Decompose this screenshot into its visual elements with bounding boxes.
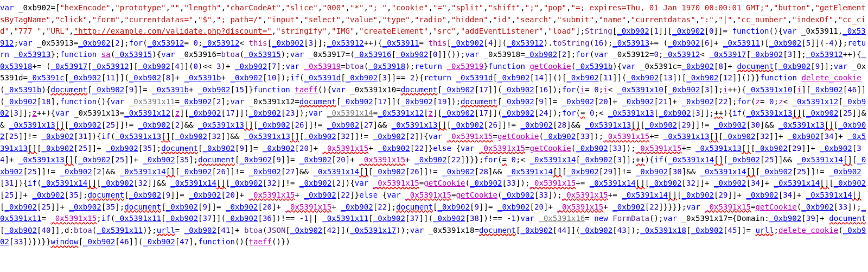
code-editor-content[interactable]: var _0xb902=["hexEncode","prototype","",… [0, 0, 868, 248]
